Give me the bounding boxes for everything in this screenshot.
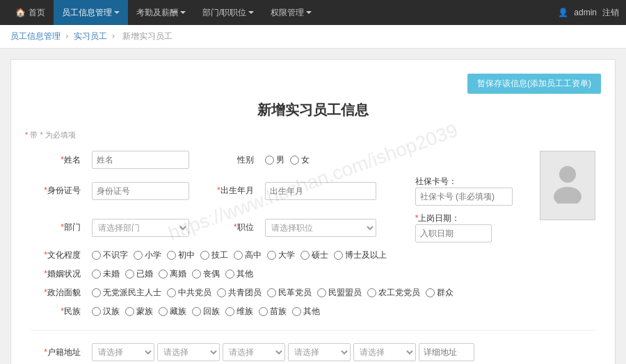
social-security-input[interactable] [415, 188, 513, 206]
edu-high[interactable]: 高中 [234, 249, 262, 261]
political-label: *政治面貌 [25, 283, 86, 302]
education-label: *文化程度 [25, 246, 86, 265]
household-addr-select-4[interactable]: 请选择 [288, 343, 351, 361]
id-label: *身份证号 [25, 172, 86, 209]
pol-minge[interactable]: 民革党员 [267, 287, 312, 299]
household-addr-select-3[interactable]: 请选择 [223, 343, 285, 361]
ethnicity-label: *民族 [25, 302, 86, 321]
eth-wei[interactable]: 维族 [225, 306, 253, 317]
user-icon: 👤 [558, 8, 568, 17]
entry-date-input[interactable] [415, 224, 492, 242]
pol-communist-youth[interactable]: 共青团员 [217, 287, 262, 299]
household-addr-select-5[interactable]: 请选择 [353, 343, 416, 361]
birth-label: *出生年月 [195, 172, 259, 209]
nav-attendance[interactable]: 考勤及薪酬 [128, 0, 194, 25]
nav-home[interactable]: 🏠 首页 [7, 0, 54, 25]
marital-radio-group: 未婚 已婚 离婚 丧偶 其他 [92, 268, 527, 280]
marital-widowed[interactable]: 丧偶 [192, 268, 220, 280]
gender-radio-group: 男 女 [265, 154, 348, 166]
birth-input[interactable] [265, 182, 376, 200]
breadcrumb: 员工信息管理 › 实习员工 › 新增实习员工 [0, 25, 626, 49]
breadcrumb-link-1[interactable]: 员工信息管理 [10, 31, 61, 41]
name-label: *姓名 [25, 147, 86, 172]
breadcrumb-current: 新增实习员工 [122, 31, 172, 41]
pol-nong[interactable]: 农工党党员 [367, 287, 420, 299]
gender-female[interactable]: 女 [290, 154, 310, 166]
social-security-label: 社保卡号： [415, 176, 457, 186]
entry-date-label: *上岗日期： [415, 213, 460, 223]
logout-button[interactable]: 注销 [602, 7, 619, 19]
household-addr-select-2[interactable]: 请选择 [157, 343, 220, 361]
breadcrumb-link-2[interactable]: 实习员工 [74, 31, 107, 41]
username: admin [574, 8, 597, 17]
nav-employee[interactable]: 员工信息管理 [54, 0, 128, 25]
education-radio-group: 不识字 小学 初中 技工 高中 大学 硕士 博士及以上 [92, 249, 527, 261]
edu-phd[interactable]: 博士及以上 [334, 249, 387, 261]
required-note: * 带 * 为必填项 [25, 130, 601, 140]
marital-single[interactable]: 未婚 [92, 268, 120, 280]
edu-college[interactable]: 大学 [267, 249, 295, 261]
name-input[interactable] [92, 151, 189, 169]
marital-divorced[interactable]: 离婚 [159, 268, 186, 280]
dropdown-caret [114, 11, 120, 14]
position-select[interactable]: 请选择职位 [265, 219, 376, 237]
gender-male[interactable]: 男 [265, 154, 284, 166]
save-button[interactable]: 暂保存该信息(添加员工工资单) [467, 74, 601, 94]
eth-meng[interactable]: 蒙族 [125, 306, 153, 317]
navbar: 🏠 首页 员工信息管理 考勤及薪酬 部门/职职位 权限管理 👤 admin 注销 [0, 0, 626, 25]
id-number-input[interactable] [92, 182, 189, 200]
department-select[interactable]: 请选择部门 [92, 219, 189, 237]
eth-zang[interactable]: 藏族 [159, 306, 186, 317]
dropdown-caret [306, 11, 312, 14]
edu-tech[interactable]: 技工 [200, 249, 228, 261]
photo-icon [550, 162, 585, 210]
form-title: 新增实习员工信息 [25, 101, 601, 119]
edu-middle[interactable]: 初中 [167, 249, 195, 261]
marital-married[interactable]: 已婚 [125, 268, 153, 280]
nav-permission[interactable]: 权限管理 [262, 0, 320, 25]
pol-communist[interactable]: 中共党员 [167, 287, 211, 299]
dept-label: *部门 [25, 209, 86, 246]
household-addr-label: *户籍地址 [25, 340, 86, 364]
dropdown-caret [248, 11, 254, 14]
position-label: *职位 [195, 209, 259, 246]
marital-other[interactable]: 其他 [225, 268, 253, 280]
edu-master[interactable]: 硕士 [300, 249, 328, 261]
edu-primary[interactable]: 小学 [134, 249, 161, 261]
photo-area [540, 151, 595, 220]
marital-label: *婚姻状况 [25, 265, 86, 283]
home-icon: 🏠 [15, 8, 26, 17]
dropdown-caret [180, 11, 186, 14]
svg-point-1 [554, 187, 581, 204]
household-addr-detail[interactable] [419, 343, 474, 361]
page-content: 暂保存该信息(添加员工工资单) 新增实习员工信息 * 带 * 为必填项 *姓名 … [0, 49, 626, 364]
form-table: *姓名 性别 男 女 [25, 147, 601, 364]
eth-han[interactable]: 汉族 [92, 306, 120, 317]
household-addr-select-1[interactable]: 请选择 [92, 343, 154, 361]
form-container: 暂保存该信息(添加员工工资单) 新增实习员工信息 * 带 * 为必填项 *姓名 … [10, 59, 616, 364]
edu-illiterate[interactable]: 不识字 [92, 249, 128, 261]
pol-independent[interactable]: 无党派民主人士 [92, 287, 161, 299]
nav-department[interactable]: 部门/职职位 [194, 0, 262, 25]
pol-minmeng[interactable]: 民盟盟员 [317, 287, 362, 299]
svg-point-0 [559, 166, 576, 183]
eth-hui[interactable]: 回族 [192, 306, 220, 317]
pol-mass[interactable]: 群众 [426, 287, 454, 299]
eth-other[interactable]: 其他 [292, 306, 320, 317]
gender-label: 性别 [195, 147, 259, 172]
eth-miao[interactable]: 苗族 [259, 306, 287, 317]
political-radio-group: 无党派民主人士 中共党员 共青团员 民革党员 民盟盟员 农工党党员 群众 [92, 287, 595, 299]
nav-user-area: 👤 admin 注销 [558, 7, 619, 19]
ethnicity-radio-group: 汉族 蒙族 藏族 回族 维族 苗族 其他 [92, 306, 595, 317]
